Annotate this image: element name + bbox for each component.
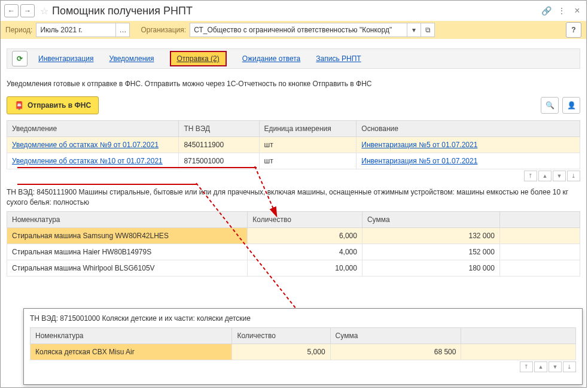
col-sum: Сумма xyxy=(330,327,461,344)
table-row[interactable]: Стиральная машина Haier HW80B14979S 4,00… xyxy=(7,244,580,260)
cell-sum: 132 000 xyxy=(362,227,499,244)
cell-qty: 5,000 xyxy=(232,344,330,360)
basis-link[interactable]: Инвентаризация №5 от 01.07.2021 xyxy=(361,157,477,165)
pager-first[interactable]: ⤒ xyxy=(524,171,537,181)
link-icon[interactable]: 🔗 xyxy=(541,5,552,16)
org-dropdown-button[interactable]: ▾ xyxy=(407,23,421,37)
page-title: Помощник получения РНПТ xyxy=(52,5,536,17)
cell-qty: 10,000 xyxy=(248,260,362,276)
nav-forward-button[interactable]: → xyxy=(20,4,35,17)
tnved-description-2: ТН ВЭД: 8715001000 Коляски детские и их … xyxy=(30,314,576,324)
cell-name: Стиральная машина Haier HW80B14979S xyxy=(7,244,248,260)
refresh-button[interactable]: ⟳ xyxy=(12,51,28,66)
pager-group: ⤒ ▲ ▼ ⤓ xyxy=(7,171,580,181)
tab-inventory[interactable]: Инвентаризация xyxy=(38,54,93,63)
search-button[interactable]: 🔍 xyxy=(541,97,559,114)
annotation-underline xyxy=(17,167,257,168)
cell-sum: 152 000 xyxy=(362,244,499,260)
close-icon[interactable]: × xyxy=(572,5,583,16)
pager-group: ⤒ ▲ ▼ ⤓ xyxy=(30,361,576,372)
nav-back-button[interactable]: ← xyxy=(4,4,19,17)
org-open-button[interactable]: ⧉ xyxy=(421,23,435,37)
pager-down[interactable]: ▼ xyxy=(553,171,566,181)
org-field[interactable]: СТ_Общество с ограниченной ответственнос… xyxy=(190,23,407,37)
table-row[interactable]: Стиральная машина Whirlpool BLSG6105V 10… xyxy=(7,260,580,276)
cell-sum: 68 500 xyxy=(330,344,461,360)
pager-first[interactable]: ⤒ xyxy=(520,361,533,372)
cell-tnved: 8450111900 xyxy=(179,137,259,153)
col-name: Номенклатура xyxy=(7,211,248,227)
info-text: Уведомления готовые к отправке в ФНС. От… xyxy=(7,80,575,88)
items-table-2: Номенклатура Количество Сумма Коляска де… xyxy=(30,327,576,360)
col-qty: Количество xyxy=(248,211,362,227)
col-basis: Основание xyxy=(357,121,580,137)
table-row[interactable]: Стиральная машина Samsung WW80R42LHES 6,… xyxy=(7,227,580,244)
kebab-menu-icon[interactable]: ⋮ xyxy=(556,5,567,16)
pager-up[interactable]: ▲ xyxy=(538,171,552,181)
pager-up[interactable]: ▲ xyxy=(534,361,547,372)
items-table-1: Номенклатура Количество Сумма Стиральная… xyxy=(7,211,580,276)
send-icon: 📮 xyxy=(14,101,24,110)
period-label: Период: xyxy=(5,26,32,34)
pager-last[interactable]: ⤓ xyxy=(567,171,580,181)
col-tnved: ТН ВЭД xyxy=(179,121,259,137)
tab-waiting[interactable]: Ожидание ответа xyxy=(242,54,301,63)
user-config-button[interactable]: 👤 xyxy=(562,97,580,114)
cell-unit: шт xyxy=(259,153,357,169)
org-label: Организация: xyxy=(141,26,186,34)
send-to-fns-button[interactable]: 📮 Отправить в ФНС xyxy=(7,96,99,114)
favorite-star-icon[interactable]: ☆ xyxy=(40,5,48,17)
period-picker-button[interactable]: … xyxy=(116,23,130,37)
annotation-underline xyxy=(17,184,197,185)
pager-last[interactable]: ⤓ xyxy=(563,361,576,372)
table-row[interactable]: Уведомление об остатках №9 от 01.07.2021… xyxy=(7,137,580,153)
col-unit: Единица измерения xyxy=(259,121,357,137)
cell-name: Стиральная машина Whirlpool BLSG6105V xyxy=(7,260,248,276)
cell-qty: 6,000 xyxy=(248,227,362,244)
table-row[interactable]: Коляска детская CBX Misu Air 5,000 68 50… xyxy=(31,344,576,360)
cell-qty: 4,000 xyxy=(248,244,362,260)
overlay-panel: ТН ВЭД: 8715001000 Коляски детские и их … xyxy=(23,308,583,385)
notifications-table: Уведомление ТН ВЭД Единица измерения Осн… xyxy=(7,120,580,169)
tab-record[interactable]: Запись РНПТ xyxy=(316,54,361,63)
basis-link[interactable]: Инвентаризация №5 от 01.07.2021 xyxy=(361,141,477,149)
col-name: Номенклатура xyxy=(31,327,232,344)
cell-name: Коляска детская CBX Misu Air xyxy=(31,344,232,360)
pager-down[interactable]: ▼ xyxy=(549,361,562,372)
col-qty: Количество xyxy=(232,327,330,344)
notice-link[interactable]: Уведомление об остатках №10 от 01.07.202… xyxy=(12,157,163,165)
tnved-description-1: ТН ВЭД: 8450111900 Машины стиральные, бы… xyxy=(7,187,580,208)
period-field[interactable]: Июль 2021 г. xyxy=(36,23,116,37)
tab-sending[interactable]: Отправка (2) xyxy=(170,51,227,66)
notice-link[interactable]: Уведомление об остатках №9 от 01.07.2021 xyxy=(12,141,159,149)
col-notice: Уведомление xyxy=(7,121,179,137)
col-sum: Сумма xyxy=(362,211,499,227)
cell-sum: 180 000 xyxy=(362,260,499,276)
tab-notifications[interactable]: Уведомления xyxy=(109,54,154,63)
cell-unit: шт xyxy=(259,137,357,153)
send-button-label: Отправить в ФНС xyxy=(28,101,91,110)
help-button[interactable]: ? xyxy=(566,22,581,38)
cell-name: Стиральная машина Samsung WW80R42LHES xyxy=(7,227,248,244)
